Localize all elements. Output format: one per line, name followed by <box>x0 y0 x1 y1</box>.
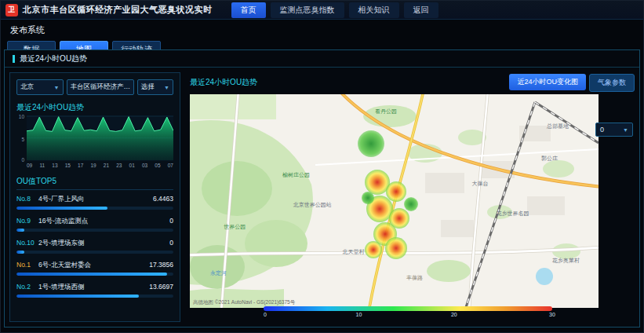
rank-badge: No.10 <box>16 239 38 247</box>
x-tick-label: 11 <box>39 163 45 168</box>
ou-top5-list: No.8 4号-厂界上风向 6.4463 No.9 16号-流动监测点 0 No… <box>16 195 173 298</box>
chart-x-axis: 091113151719212301030507 <box>27 163 173 168</box>
main-panel: 最近24小时OU趋势 北京 ▼ 丰台区循环经济产… ▼ 选择 ▼ 最近24小时O… <box>4 49 640 328</box>
point-select-value: 选择 <box>141 82 155 92</box>
point-select[interactable]: 选择 ▼ <box>137 79 173 95</box>
trend-chart-title: 最近24小时OU趋势 <box>16 102 173 113</box>
value-bar-track <box>16 251 173 254</box>
nav-item-back[interactable]: 返回 <box>404 2 438 18</box>
nav-item-home[interactable]: 首页 <box>231 2 266 18</box>
station-name: 16号-流动监测点 <box>38 217 88 226</box>
rank-badge: No.8 <box>16 195 38 203</box>
park-select[interactable]: 丰台区循环经济产… ▼ <box>67 79 134 95</box>
chevron-down-icon: ▼ <box>162 85 169 90</box>
map-section: 最近24小时OU趋势 近24小时OU变化图 气象参数 <box>185 72 636 322</box>
x-tick-label: 19 <box>90 163 96 168</box>
map-option-value: 0 <box>600 126 604 134</box>
app-header: 卫 北京市丰台区循环经济产业园大气恶臭状况实时 首页 监测点恶臭指数 相关知识 … <box>1 1 643 20</box>
top-nav: 首页 监测点恶臭指数 相关知识 返回 <box>231 2 438 18</box>
x-tick-label: 01 <box>129 163 135 168</box>
x-tick-label: 21 <box>104 163 109 168</box>
station-name: 6号-北天堂村委会 <box>38 261 91 270</box>
x-tick-label: 13 <box>52 163 57 168</box>
value-bar <box>16 273 167 276</box>
station-name: 1号-填埋场西侧 <box>38 283 85 292</box>
chart-y-axis: 10 5 0 <box>16 115 26 161</box>
station-name: 4号-厂界上风向 <box>38 195 85 204</box>
map-panel-title: 最近24小时OU趋势 <box>190 77 257 88</box>
list-item[interactable]: No.9 16号-流动监测点 0 <box>16 217 173 232</box>
heatmap-map[interactable]: 看丹公园榆树庄公园世界公园大葆台花乡世界名园郭公庄总部基地北天堂村丰葆路永定河花… <box>190 94 599 308</box>
ou-value: 17.3856 <box>149 261 173 269</box>
value-bar <box>16 251 24 254</box>
system-label: 发布系统 <box>1 20 643 39</box>
ou-change-map-button[interactable]: 近24小时OU变化图 <box>509 74 586 90</box>
x-tick-label: 15 <box>65 163 71 168</box>
basemap-svg <box>190 94 599 308</box>
value-bar-track <box>16 207 173 210</box>
chevron-down-icon: ▼ <box>130 85 134 90</box>
x-tick-label: 23 <box>116 163 122 168</box>
weather-params-button[interactable]: 气象参数 <box>589 74 635 92</box>
value-bar-track <box>16 295 173 298</box>
ou-value: 0 <box>169 217 173 225</box>
rank-badge: No.9 <box>16 217 38 225</box>
value-bar-track <box>16 229 173 232</box>
app-title: 北京市丰台区循环经济产业园大气恶臭状况实时 <box>23 4 213 16</box>
app-logo-icon: 卫 <box>5 4 18 16</box>
chevron-down-icon: ▼ <box>623 127 628 133</box>
legend-ticks: 0 10 20 30 <box>264 311 552 319</box>
nav-item-knowledge[interactable]: 相关知识 <box>349 2 399 18</box>
x-tick-label: 17 <box>78 163 83 168</box>
list-item[interactable]: No.2 1号-填埋场西侧 13.6697 <box>16 283 173 298</box>
ou-color-legend: 0 10 20 30 <box>264 306 552 319</box>
map-option-select[interactable]: 0 ▼ <box>595 123 633 137</box>
station-name: 2号-填埋场东侧 <box>38 239 85 248</box>
x-tick-label: 09 <box>27 163 32 168</box>
chevron-down-icon: ▼ <box>52 85 60 90</box>
rank-badge: No.2 <box>16 283 38 291</box>
value-bar <box>16 229 24 232</box>
list-item[interactable]: No.8 4号-厂界上风向 6.4463 <box>16 195 173 210</box>
nav-item-odor-index[interactable]: 监测点恶臭指数 <box>271 2 344 18</box>
x-tick-label: 07 <box>168 163 173 168</box>
main-panel-title: 最近24小时OU趋势 <box>5 50 639 68</box>
x-tick-label: 03 <box>142 163 147 168</box>
trend-area-chart: 10 5 0 <box>27 115 173 161</box>
x-tick-label: 05 <box>155 163 160 168</box>
rank-badge: No.1 <box>16 261 38 269</box>
top5-title: OU值TOP5 <box>16 176 173 190</box>
map-attribution: 高德地图 ©2021 AutoNavi - GS(2021)6375号 <box>193 299 295 306</box>
left-sidebar: 北京 ▼ 丰台区循环经济产… ▼ 选择 ▼ 最近24小时OU趋势 10 5 0 <box>9 72 180 322</box>
ou-value: 0 <box>169 239 173 247</box>
park-select-value: 丰台区循环经济产… <box>71 82 131 92</box>
city-select[interactable]: 北京 ▼ <box>16 79 64 95</box>
list-item[interactable]: No.10 2号-填埋场东侧 0 <box>16 239 173 254</box>
value-bar <box>16 295 139 298</box>
value-bar-track <box>16 273 173 276</box>
ou-value: 6.4463 <box>153 195 173 203</box>
trend-chart-svg <box>27 115 173 160</box>
city-select-value: 北京 <box>20 82 34 92</box>
list-item[interactable]: No.1 6号-北天堂村委会 17.3856 <box>16 261 173 276</box>
ou-value: 13.6697 <box>149 283 173 291</box>
value-bar <box>16 207 107 210</box>
